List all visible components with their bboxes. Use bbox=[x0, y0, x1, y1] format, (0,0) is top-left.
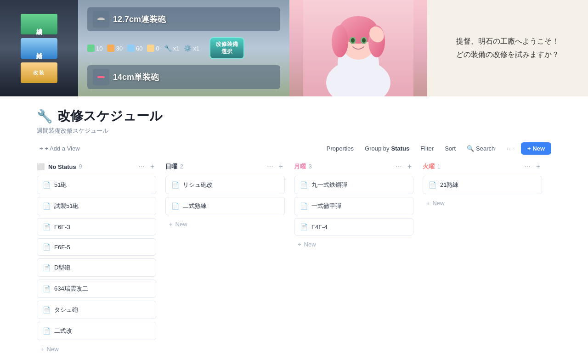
add-view-button[interactable]: + + Add a View bbox=[37, 143, 83, 154]
column-header-sunday: 日曜 2 ··· + bbox=[165, 162, 285, 171]
add-new-label: New bbox=[175, 221, 187, 228]
nav-btn-hensou[interactable]: 編成 bbox=[21, 14, 57, 34]
equipment-row-2: 14cm単装砲 bbox=[87, 65, 280, 89]
resource-row: 10 30 60 0 🔧x1 ⚙️x1 改修装備選択 bbox=[87, 37, 280, 59]
banner: 編成 補給 改装 12.7cm連装砲 10 30 60 bbox=[0, 0, 588, 96]
search-label: Search bbox=[476, 145, 495, 152]
card-item[interactable]: 📄 634瑞雲改二 bbox=[37, 280, 156, 298]
card-title: 二式改 bbox=[54, 327, 150, 335]
card-item[interactable]: 📄 F4F-4 bbox=[294, 218, 413, 235]
akashi-btn[interactable]: 改修装備選択 bbox=[209, 37, 244, 59]
col-title-row-tuesday: 火曜 1 bbox=[423, 162, 441, 171]
resource-tools: ⚙️x1 bbox=[184, 45, 199, 52]
card-item[interactable]: 📄 リシュ砲改 bbox=[165, 176, 285, 194]
add-icon: + bbox=[40, 145, 43, 152]
col-add-btn-sunday[interactable]: + bbox=[277, 162, 285, 171]
filter-button[interactable]: Filter bbox=[418, 143, 436, 154]
svg-point-14 bbox=[362, 38, 366, 43]
card-item[interactable]: 📄 F6F-3 bbox=[37, 218, 156, 235]
card-item[interactable]: 📄 タシュ砲 bbox=[37, 301, 156, 319]
col-title-row-no-status: ⬜ No Status 9 bbox=[37, 163, 82, 170]
add-new-no-status[interactable]: +New bbox=[37, 343, 156, 355]
page-subtitle: 週間装備改修スケジュール bbox=[37, 127, 551, 135]
svg-point-9 bbox=[332, 25, 348, 57]
col-add-btn-monday[interactable]: + bbox=[406, 162, 413, 171]
board: ⬜ No Status 9 ··· + 📄 51砲 📄 試製51砲 📄 F6F-… bbox=[37, 162, 551, 355]
add-new-plus: + bbox=[40, 346, 44, 353]
col-actions-sunday: ··· + bbox=[265, 162, 285, 171]
col-more-btn-no-status[interactable]: ··· bbox=[136, 162, 146, 171]
card-title: F6F-5 bbox=[54, 244, 150, 251]
card-item[interactable]: 📄 F6F-5 bbox=[37, 238, 156, 256]
page-title: 改修スケジュール bbox=[57, 107, 163, 125]
card-doc-icon: 📄 bbox=[429, 181, 436, 189]
nav-btn-hokyuu[interactable]: 補給 bbox=[21, 38, 57, 59]
properties-label: Properties bbox=[327, 145, 354, 152]
card-title: 51砲 bbox=[54, 181, 150, 189]
col-add-btn-tuesday[interactable]: + bbox=[534, 162, 542, 171]
nostatus-icon: ⬜ bbox=[37, 163, 45, 170]
col-add-btn-no-status[interactable]: + bbox=[148, 162, 156, 171]
properties-button[interactable]: Properties bbox=[324, 143, 356, 154]
add-new-label: New bbox=[433, 200, 445, 207]
equipment-icon-1 bbox=[93, 11, 109, 28]
card-title: 九一式鉄鋼弾 bbox=[311, 181, 407, 189]
svg-rect-1 bbox=[99, 17, 103, 18]
add-new-monday[interactable]: +New bbox=[294, 238, 413, 251]
col-count-sunday: 2 bbox=[180, 163, 183, 170]
card-title: D型砲 bbox=[54, 263, 150, 272]
col-actions-monday: ··· + bbox=[394, 162, 413, 171]
card-title: F4F-4 bbox=[311, 224, 407, 230]
card-item[interactable]: 📄 試製51砲 bbox=[37, 197, 156, 215]
sort-label: Sort bbox=[445, 145, 456, 152]
banner-nav: 編成 補給 改装 bbox=[0, 0, 78, 96]
more-label: ··· bbox=[507, 145, 512, 152]
search-icon: 🔍 bbox=[467, 145, 474, 152]
card-item[interactable]: 📄 D型砲 bbox=[37, 258, 156, 277]
card-item[interactable]: 📄 二式熟練 bbox=[165, 197, 285, 215]
card-title: タシュ砲 bbox=[54, 306, 150, 314]
equipment-icon-2 bbox=[93, 69, 109, 85]
svg-point-13 bbox=[351, 38, 355, 43]
card-item[interactable]: 📄 二式改 bbox=[37, 322, 156, 340]
toolbar: + + Add a View Properties Group by Statu… bbox=[37, 142, 551, 155]
col-more-btn-monday[interactable]: ··· bbox=[394, 162, 403, 171]
card-item[interactable]: 📄 51砲 bbox=[37, 176, 156, 194]
card-doc-icon: 📄 bbox=[300, 223, 308, 230]
card-doc-icon: 📄 bbox=[171, 181, 179, 189]
character-area bbox=[289, 0, 427, 96]
card-item[interactable]: 📄 21熟練 bbox=[423, 176, 542, 194]
page-header: 🔧 改修スケジュール 週間装備改修スケジュール bbox=[37, 107, 551, 135]
character-svg bbox=[303, 0, 413, 96]
group-by-value: Status bbox=[391, 145, 410, 152]
search-button[interactable]: 🔍 Search bbox=[464, 143, 498, 154]
col-more-btn-sunday[interactable]: ··· bbox=[265, 162, 275, 171]
col-title-row-monday: 月曜 3 bbox=[294, 162, 312, 171]
resource-screws: 🔧x1 bbox=[164, 45, 180, 52]
more-options-button[interactable]: ··· bbox=[503, 143, 515, 154]
add-new-sunday[interactable]: +New bbox=[165, 218, 285, 230]
card-doc-icon: 📄 bbox=[43, 181, 51, 189]
equipment-title-2: 14cm単装砲 bbox=[113, 72, 159, 83]
new-button[interactable]: + New bbox=[521, 142, 551, 155]
column-tuesday: 火曜 1 ··· + 📄 21熟練 +New bbox=[423, 162, 542, 209]
column-monday: 月曜 3 ··· + 📄 九一式鉄鋼弾 📄 一式徹甲弾 📄 F4F-4 +New bbox=[294, 162, 413, 251]
col-more-btn-tuesday[interactable]: ··· bbox=[522, 162, 532, 171]
card-doc-icon: 📄 bbox=[43, 285, 51, 292]
card-title: リシュ砲改 bbox=[183, 181, 279, 189]
nav-btn-kaiso[interactable]: 改装 bbox=[21, 62, 57, 83]
resource-ammo: 30 bbox=[107, 45, 122, 52]
col-label-tuesday: 火曜 bbox=[423, 162, 435, 171]
card-item[interactable]: 📄 一式徹甲弾 bbox=[294, 197, 413, 215]
group-by-button[interactable]: Group by Status bbox=[362, 143, 412, 154]
add-view-label: + Add a View bbox=[45, 145, 80, 152]
card-doc-icon: 📄 bbox=[43, 243, 51, 251]
resource-fuel: 10 bbox=[87, 45, 102, 52]
steel-value: 60 bbox=[136, 45, 142, 52]
add-new-tuesday[interactable]: +New bbox=[423, 197, 542, 209]
card-item[interactable]: 📄 九一式鉄鋼弾 bbox=[294, 176, 413, 194]
ammo-value: 30 bbox=[116, 45, 122, 52]
card-doc-icon: 📄 bbox=[43, 223, 51, 230]
main-content: 🔧 改修スケジュール 週間装備改修スケジュール + + Add a View P… bbox=[0, 96, 588, 364]
sort-button[interactable]: Sort bbox=[442, 143, 458, 154]
